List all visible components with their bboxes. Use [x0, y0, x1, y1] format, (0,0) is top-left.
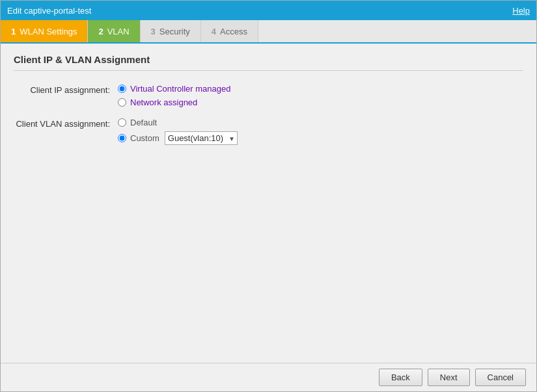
radio-network-assigned[interactable]: Network assigned — [118, 98, 230, 107]
tab-access-label: Access — [220, 27, 247, 36]
radio-network-assigned-label: Network assigned — [130, 98, 197, 107]
tab-wlan-label: WLAN Settings — [20, 27, 77, 36]
back-button[interactable]: Back — [379, 369, 422, 386]
radio-custom-label: Custom — [130, 133, 159, 143]
radio-virtual-controller-input[interactable] — [118, 85, 126, 93]
tab-bar: 1 WLAN Settings 2 VLAN 3 Security 4 Acce… — [1, 20, 536, 44]
main-window: Edit captive-portal-test Help 1 WLAN Set… — [0, 0, 537, 392]
tab-vlan-label: VLAN — [107, 27, 130, 36]
radio-network-assigned-input[interactable] — [118, 98, 126, 107]
cancel-button[interactable]: Cancel — [475, 369, 526, 386]
tab-vlan-number: 2 — [98, 27, 103, 36]
help-link[interactable]: Help — [512, 6, 530, 16]
vlan-select-wrapper: Guest(vlan:10) — [165, 131, 238, 145]
footer: Back Next Cancel — [1, 363, 536, 391]
client-vlan-options: Default Custom Guest(vlan:10) — [118, 118, 238, 145]
vlan-select[interactable]: Guest(vlan:10) — [165, 131, 238, 145]
tab-security-number: 3 — [151, 27, 156, 36]
client-ip-label: Client IP assignment: — [14, 84, 118, 95]
client-vlan-label: Client VLAN assignment: — [14, 118, 118, 129]
content-spacer — [14, 155, 523, 352]
tab-security-label: Security — [159, 27, 190, 36]
radio-custom[interactable]: Custom — [118, 133, 159, 143]
tab-wlan-number: 1 — [11, 27, 16, 36]
title-bar: Edit captive-portal-test Help — [1, 1, 536, 20]
radio-custom-row: Custom Guest(vlan:10) — [118, 131, 238, 145]
window-title: Edit captive-portal-test — [7, 6, 91, 16]
radio-virtual-controller[interactable]: Virtual Controller managed — [118, 84, 230, 94]
client-vlan-group: Client VLAN assignment: Default Custom G… — [14, 118, 523, 145]
next-button[interactable]: Next — [428, 369, 470, 386]
radio-custom-input[interactable] — [118, 134, 126, 142]
content-area: Client IP & VLAN Assignment Client IP as… — [1, 44, 536, 363]
radio-default-input[interactable] — [118, 118, 126, 127]
tab-security[interactable]: 3 Security — [141, 20, 201, 42]
section-title: Client IP & VLAN Assignment — [14, 54, 523, 71]
tab-wlan-settings[interactable]: 1 WLAN Settings — [1, 20, 88, 42]
tab-vlan[interactable]: 2 VLAN — [88, 20, 140, 42]
tab-access-number: 4 — [212, 27, 216, 36]
radio-default[interactable]: Default — [118, 118, 238, 127]
client-ip-group: Client IP assignment: Virtual Controller… — [14, 84, 523, 107]
client-ip-options: Virtual Controller managed Network assig… — [118, 84, 230, 107]
radio-virtual-controller-label: Virtual Controller managed — [130, 84, 230, 94]
tab-access[interactable]: 4 Access — [201, 20, 258, 42]
radio-default-label: Default — [130, 118, 157, 127]
